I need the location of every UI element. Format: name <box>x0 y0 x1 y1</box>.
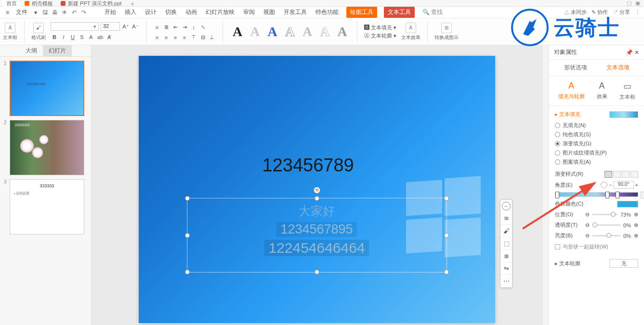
add-stop-icon[interactable] <box>641 192 644 198</box>
align-right-icon[interactable]: ≡ <box>171 34 179 41</box>
tab-draw-tools[interactable]: 绘图工具 <box>346 7 377 18</box>
gradient-fill-radio[interactable]: 渐变填充(G) <box>555 140 638 147</box>
collapse-toolbar-icon[interactable]: − <box>502 202 511 210</box>
flip-icon[interactable]: ⇋ <box>500 262 513 275</box>
tab-text-tools[interactable]: 文本工具 <box>384 7 415 18</box>
brush-icon[interactable]: 🖌 <box>500 225 513 237</box>
clear-format-icon[interactable]: A̸ <box>105 33 113 41</box>
indent-dec-icon[interactable]: ⇤ <box>171 24 179 31</box>
no-fill-radio[interactable]: 无填充(N) <box>555 122 638 129</box>
gradient-stop-3[interactable] <box>616 192 619 198</box>
stop-color-swatch[interactable] <box>617 201 638 208</box>
position-slider[interactable] <box>592 214 618 215</box>
resize-handle-bl[interactable] <box>185 270 190 274</box>
convert-group[interactable]: ⊞ 转换成图示 <box>434 23 459 41</box>
tab-developer[interactable]: 开发工具 <box>283 7 308 18</box>
tab-transition[interactable]: 切换 <box>164 7 178 18</box>
italic-icon[interactable]: I <box>60 33 67 41</box>
transparency-decrease[interactable]: ⊖ <box>585 222 590 228</box>
more-icon[interactable]: ⋮ <box>635 9 640 15</box>
transparency-slider[interactable] <box>592 224 620 226</box>
bold-icon[interactable]: B <box>51 33 58 41</box>
numbering-icon[interactable]: ≣ <box>162 24 170 31</box>
text-outline-section-label[interactable]: ▸ 文本轮廓 <box>555 260 580 267</box>
font-size-dropdown[interactable]: 32 <box>101 22 120 31</box>
highlight-icon[interactable]: ab <box>96 33 104 41</box>
resize-handle-tr[interactable] <box>444 196 449 201</box>
align-justify-icon[interactable]: ≡ <box>181 34 188 41</box>
tab-features[interactable]: 特色功能 <box>315 7 340 18</box>
indent-inc-icon[interactable]: ⇥ <box>181 24 188 31</box>
text-outline-button[interactable]: Ⓐ 文本轮廓 ▾ <box>364 32 396 39</box>
tab-slideshow[interactable]: 幻灯片放映 <box>205 7 236 18</box>
text-styles-gallery[interactable]: A A A A A A A <box>230 23 350 40</box>
grad-path-icon[interactable] <box>631 171 638 178</box>
bullets-icon[interactable]: ≡ <box>153 24 161 31</box>
app-menu-button[interactable]: ≡ <box>4 8 11 17</box>
text-style-1[interactable]: A <box>230 23 245 40</box>
outline-tab[interactable]: 大纲 <box>20 45 43 56</box>
outline-dropdown[interactable]: 无 <box>609 259 638 268</box>
grad-linear-icon[interactable] <box>605 171 612 178</box>
picture-fill-radio[interactable]: 图片或纹理填充(P) <box>555 149 638 156</box>
format-painter-group[interactable]: 🖌 格式刷 <box>31 23 46 41</box>
transparency-increase[interactable]: ⊕ <box>634 222 638 228</box>
resize-handle-mr[interactable] <box>444 233 449 238</box>
textbox-subtab[interactable]: ▭文本框 <box>619 81 635 101</box>
layers-icon[interactable]: ≋ <box>500 212 513 225</box>
text-style-5[interactable]: A <box>300 23 315 40</box>
selected-textbox[interactable]: ⟲ 大家好 1234567895 122454646464 <box>187 198 447 273</box>
align-top-icon[interactable]: ⊤ <box>190 34 197 41</box>
gradient-stop-1[interactable] <box>555 192 559 198</box>
slide-canvas[interactable]: 123456789 ⟲ 大家好 1234567895 122454646464 <box>139 56 495 323</box>
font-family-dropdown[interactable]: ▾ <box>51 22 99 31</box>
resize-handle-tc[interactable] <box>315 196 319 201</box>
position-decrease[interactable]: ⊖ <box>585 211 590 218</box>
position-increase[interactable]: ⊕ <box>634 211 638 218</box>
text-style-3[interactable]: A <box>264 23 280 40</box>
align-middle-icon[interactable]: ⊟ <box>199 34 207 41</box>
tab-start[interactable]: 开始 <box>104 7 117 18</box>
align-bottom-icon[interactable]: ⊥ <box>208 34 216 41</box>
text-effect-group[interactable]: A 文本效果 <box>401 23 421 41</box>
text-style-4[interactable]: A <box>282 23 298 40</box>
file-menu[interactable]: 文件 <box>14 7 29 17</box>
textbox-group[interactable]: A 文本框 <box>3 23 17 41</box>
text-options-tab[interactable]: 文本选项 <box>606 64 630 72</box>
align-icon[interactable]: ≣ <box>500 250 513 262</box>
gradient-style-buttons[interactable] <box>605 171 638 178</box>
redo-icon[interactable]: ↷ <box>80 9 87 16</box>
grad-radial-icon[interactable] <box>613 171 621 178</box>
resize-handle-bc[interactable] <box>315 270 319 274</box>
angle-input[interactable]: 90.0° <box>614 181 634 189</box>
tab-animation[interactable]: 动画 <box>184 7 198 18</box>
solid-fill-radio[interactable]: 纯色填充(S) <box>555 131 638 138</box>
font-color-icon[interactable]: A <box>87 33 95 41</box>
rotation-handle[interactable]: ⟲ <box>314 187 320 194</box>
underline-icon[interactable]: U <box>69 33 77 41</box>
align-left-icon[interactable]: ≡ <box>153 34 161 41</box>
angle-dial[interactable] <box>601 182 607 188</box>
gradient-stop-2[interactable] <box>605 192 609 198</box>
tab-design[interactable]: 设计 <box>144 7 158 18</box>
gradient-preview[interactable] <box>609 111 638 118</box>
resize-handle-tl[interactable] <box>185 196 190 201</box>
close-panel-icon[interactable]: ✕ <box>634 49 639 56</box>
search-button[interactable]: 🔍 查找 <box>421 7 444 18</box>
window-layout-icon[interactable]: ▢ <box>627 0 631 6</box>
grad-rect-icon[interactable] <box>622 171 630 178</box>
print-icon[interactable]: 🖶 <box>52 9 58 16</box>
rotate-with-shape-checkbox[interactable]: 与形状一起旋转(W) <box>555 243 638 250</box>
window-restore-icon[interactable]: ▣ <box>635 0 640 6</box>
decrease-font-icon[interactable]: A⁻ <box>131 23 139 30</box>
tab-insert[interactable]: 插入 <box>124 7 137 18</box>
fill-outline-subtab[interactable]: A填充与轮廓 <box>558 81 585 101</box>
save-icon[interactable]: 🖫 <box>42 9 49 16</box>
text-fill-section-label[interactable]: ▸ 文本填充 <box>555 111 580 118</box>
tab-template[interactable]: 稻壳模板 <box>21 0 57 7</box>
tab-document[interactable]: 新建 PPT 演示文档.ppt <box>57 0 126 7</box>
increase-font-icon[interactable]: A⁺ <box>122 23 130 30</box>
text-style-6[interactable]: A <box>317 23 332 40</box>
line-spacing-icon[interactable]: ↕ <box>190 24 197 31</box>
text-style-2[interactable]: A <box>247 23 263 40</box>
